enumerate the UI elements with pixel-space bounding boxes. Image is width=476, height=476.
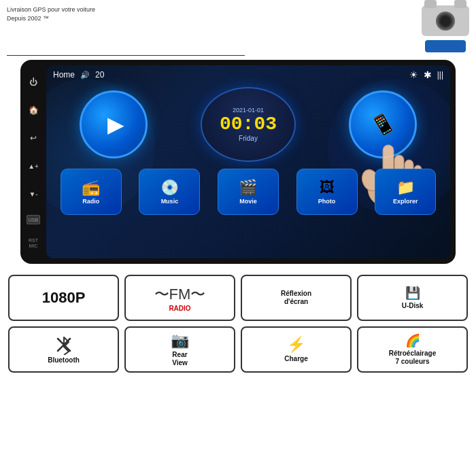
blue-accent-bar: [425, 40, 466, 52]
movie-label: Movie: [239, 198, 257, 205]
bluetooth-icon: [54, 335, 74, 355]
topbar-left: Home 🔊 20: [53, 70, 104, 80]
app-photo[interactable]: 🖼 Photo: [296, 169, 358, 215]
brightness-icon: ☀: [409, 69, 418, 80]
bracket-left: [424, 0, 437, 8]
clock-widget: 2021-01-01 00:03 Friday: [201, 87, 296, 162]
camera-section: [422, 5, 469, 52]
divider: [7, 55, 245, 56]
feature-fm-radio[interactable]: 〜FM〜 RADIO: [124, 275, 235, 321]
radio-label: Radio: [82, 198, 99, 205]
music-icon: 💿: [160, 179, 179, 197]
camera-lens: [436, 12, 455, 31]
udisk-label: U-Disk: [402, 302, 424, 310]
topbar-right: ☀ ✱ |||: [409, 69, 443, 80]
feature-reflexion[interactable]: Réflexiond'écran: [241, 275, 352, 321]
clock-time: 00:03: [220, 114, 277, 135]
feature-u-disk[interactable]: 💾 U-Disk: [357, 275, 468, 321]
bluetooth-icon: ✱: [424, 69, 432, 80]
screen-bottom-apps: 📻 Radio 💿 Music 🎬 Movie 🖼 Photo 📁 Explor…: [46, 165, 450, 219]
side-buttons-panel: ⏻ 🏠 ↩ ▲+ ▼- USB RSTMIC: [20, 60, 46, 264]
screen-main: ▶ 2021-01-01 00:03 Friday 📱: [46, 84, 450, 165]
power-button[interactable]: ⏻: [26, 75, 41, 90]
backlight-icon: 🌈: [405, 333, 420, 348]
screen-topbar: Home 🔊 20 ☀ ✱ |||: [46, 65, 450, 84]
home-label: Home: [53, 70, 75, 80]
usb-port[interactable]: USB: [27, 215, 40, 224]
backlight-label: Rétroéclairage7 couleurs: [389, 350, 436, 366]
fm-radio-icon-group: 〜FM〜 RADIO: [154, 284, 206, 312]
home-button[interactable]: 🏠: [26, 103, 41, 118]
bluetooth-label: Bluetooth: [48, 356, 80, 364]
features-grid: 1080P 〜FM〜 RADIO Réflexiond'écran 💾 U-Di…: [0, 268, 476, 379]
site-line1: Livraison GPS pour votre voiture: [7, 5, 95, 14]
charge-label: Charge: [284, 355, 307, 363]
volume-down-button[interactable]: ▼-: [26, 187, 41, 202]
reflexion-label: Réflexiond'écran: [281, 290, 311, 306]
app-music[interactable]: 💿 Music: [139, 169, 200, 215]
play-icon: ▶: [107, 112, 124, 137]
feature-charge[interactable]: ⚡ Charge: [241, 326, 352, 373]
photo-icon: 🖼: [320, 179, 335, 197]
photo-label: Photo: [318, 198, 336, 205]
music-label: Music: [161, 198, 179, 205]
feature-rear-view[interactable]: 📷 RearView: [124, 326, 235, 373]
screen: Home 🔊 20 ☀ ✱ ||| ▶ 2021-01-01 00:03 Fri…: [46, 65, 450, 258]
rear-view-label: RearView: [172, 351, 188, 367]
udisk-icon: 💾: [405, 286, 420, 301]
explorer-icon: 📁: [396, 179, 415, 197]
fm-waves-icon: 〜FM〜: [154, 284, 206, 305]
feature-bluetooth[interactable]: Bluetooth: [8, 326, 119, 373]
app-radio[interactable]: 📻 Radio: [61, 169, 122, 215]
explorer-label: Explorer: [393, 198, 418, 205]
charge-icon: ⚡: [287, 336, 305, 354]
play-button[interactable]: ▶: [80, 90, 148, 158]
camera-image: [422, 5, 469, 36]
volume-icon: 🔊: [80, 71, 90, 80]
radio-icon: 📻: [82, 179, 100, 197]
top-section: Livraison GPS pour votre voiture Depuis …: [0, 0, 476, 52]
feature-1080p[interactable]: 1080P: [8, 275, 119, 321]
rst-mic-label: RSTMIC: [29, 238, 38, 250]
bracket-right: [454, 0, 466, 8]
site-info: Livraison GPS pour votre voiture Depuis …: [7, 5, 95, 22]
volume-up-button[interactable]: ▲+: [26, 159, 41, 174]
clock-day: Friday: [239, 135, 258, 142]
site-line2: Depuis 2002 ™: [7, 14, 95, 23]
stereo-unit: ⏻ 🏠 ↩ ▲+ ▼- USB RSTMIC Home 🔊 20 ☀ ✱ |||: [20, 60, 456, 264]
settings-icon: |||: [437, 70, 443, 80]
1080p-icon: 1080P: [42, 289, 86, 307]
touch-area: 📱: [349, 90, 417, 158]
volume-level: 20: [95, 70, 104, 80]
radio-text: RADIO: [169, 305, 190, 312]
app-movie[interactable]: 🎬 Movie: [218, 169, 279, 215]
movie-icon: 🎬: [239, 179, 257, 197]
feature-backlight[interactable]: 🌈 Rétroéclairage7 couleurs: [357, 326, 468, 373]
rear-view-icon: 📷: [171, 332, 189, 350]
clock-date: 2021-01-01: [233, 107, 264, 114]
back-button[interactable]: ↩: [26, 131, 41, 146]
app-explorer[interactable]: 📁 Explorer: [375, 169, 436, 215]
